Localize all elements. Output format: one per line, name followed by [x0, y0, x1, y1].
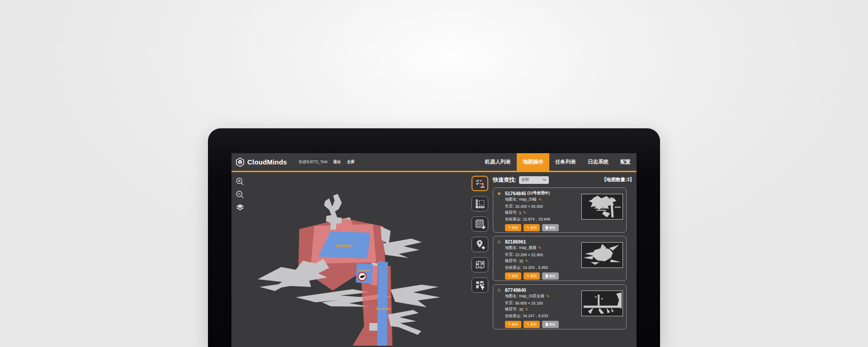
tab-task-list[interactable]: 任务列表 [549, 153, 582, 172]
quick-find-select[interactable]: 全部 [519, 176, 549, 184]
map-name-value: map_33楼 [519, 197, 537, 202]
field-label: 楼层号: [505, 210, 518, 216]
edit-icon: ✎ [508, 274, 511, 278]
tab-robot-list[interactable]: 机器人列表 [479, 153, 517, 172]
map-card[interactable]: ☆ 82186961 地图名:map_腿腿✎ 长宽:23.200 × 22.90… [493, 236, 627, 281]
chevron-down-icon [542, 178, 547, 181]
zoom-in-icon[interactable] [235, 176, 245, 187]
favorite-star-icon[interactable]: ☆ [497, 287, 501, 293]
robot-position-marker[interactable] [358, 272, 366, 281]
trash-icon [545, 274, 548, 278]
map-count-badge: 【地图数量:3】 [602, 177, 634, 183]
edit-icon: ✎ [527, 274, 529, 278]
floor-value: 33 [519, 259, 523, 263]
area-label-large: 40.519m² [335, 244, 353, 248]
map-tools-toolbar [472, 176, 488, 293]
origin-value: 34.247，8.533 [523, 314, 548, 319]
trash-icon [545, 323, 548, 326]
task-point-list-icon[interactable] [472, 176, 488, 191]
map-zoom-controls [235, 176, 245, 213]
floor-value: 1 [519, 211, 521, 215]
field-label: 地图名: [505, 245, 518, 251]
cloudminds-logo-icon [235, 157, 245, 167]
measure-area-icon[interactable] [472, 196, 488, 211]
edit-icon: ✎ [527, 226, 529, 230]
origin-value: 14.204，5.952 [523, 265, 548, 271]
field-label: 地图名: [505, 294, 518, 299]
field-label: 楼层号: [505, 258, 518, 264]
area-label-corridor: 80.215m² [376, 307, 391, 311]
add-point-icon[interactable] [472, 237, 488, 252]
map-size-value: 25.400 × 50.000 [515, 204, 543, 209]
top-navbar: CloudMinds 欢迎BJDT2_Test 退出 全屏 机器人列表 地图操作… [231, 153, 637, 172]
nav-tabs: 机器人列表 地图操作 任务列表 日志系统 配置 [479, 153, 637, 172]
map-name-value: map_33层走廊 [519, 294, 544, 299]
edit-name-icon[interactable]: ✎ [538, 246, 542, 250]
tab-map-operation[interactable]: 地图操作 [517, 153, 549, 172]
map-id: 82186961 [505, 239, 526, 244]
map-name-value: map_腿腿 [519, 245, 536, 251]
welcome-text: 欢迎BJDT2_Test [299, 159, 327, 165]
field-label: 坐标原点: [505, 265, 521, 271]
delete-map-icon[interactable] [472, 257, 488, 272]
copy-button[interactable]: ✎复制 [524, 272, 540, 280]
main-content: 40.519m² 8.614m² 80.215m² [231, 172, 637, 346]
tab-config[interactable]: 配置 [614, 153, 637, 172]
cleaning-corridor[interactable] [377, 261, 388, 346]
map-id: 87749840 [505, 287, 526, 293]
field-label: 坐标原点: [505, 314, 521, 319]
tab-log-system[interactable]: 日志系统 [582, 153, 614, 172]
map-canvas[interactable]: 40.519m² 8.614m² 80.215m² [231, 172, 471, 346]
delete-button[interactable]: 删除 [542, 272, 559, 280]
edit-icon: ✎ [508, 226, 511, 230]
floor-value: 33 [519, 307, 523, 312]
edit-name-icon[interactable]: ✎ [538, 197, 542, 202]
field-label: 长宽: [505, 204, 514, 209]
fullscreen-link[interactable]: 全屏 [347, 159, 354, 165]
brand: CloudMinds [235, 157, 287, 167]
modify-button[interactable]: ✎修改 [505, 224, 521, 231]
modify-button[interactable]: ✎修改 [505, 272, 521, 280]
edit-icon: ✎ [527, 323, 529, 326]
map-in-use-tag: (12号使用中) [528, 191, 550, 196]
zoom-out-icon[interactable] [235, 189, 245, 200]
edit-name-icon[interactable]: ✎ [546, 294, 550, 299]
quick-find-label: 快速查找: [493, 176, 516, 184]
quick-find-bar: 快速查找: 全部 【地图数量:3】 [493, 175, 634, 184]
edit-floor-icon[interactable]: ✎ [525, 259, 528, 263]
field-label: 楼层号: [505, 307, 518, 312]
favorite-star-icon[interactable]: ☆ [497, 239, 501, 245]
edit-icon: ✎ [508, 323, 511, 326]
logout-link[interactable]: 退出 [333, 159, 341, 165]
origin-value: 12.874，33.946 [523, 217, 550, 222]
favorite-star-icon[interactable]: ★ [497, 191, 501, 197]
map-size-value: 56.600 × 25.100 [515, 301, 543, 305]
field-label: 坐标原点: [505, 217, 521, 222]
map-list-panel: 快速查找: 全部 【地图数量:3】 ★ 51764845 [493, 175, 634, 333]
upload-map-icon[interactable] [472, 277, 488, 293]
add-region-icon[interactable] [472, 216, 488, 232]
trash-icon [545, 226, 548, 230]
laptop-frame: CloudMinds 欢迎BJDT2_Test 退出 全屏 机器人列表 地图操作… [208, 128, 660, 347]
app-screen: CloudMinds 欢迎BJDT2_Test 退出 全屏 机器人列表 地图操作… [231, 153, 637, 347]
map-card-list: ★ 51764845 (12号使用中) 地图名:map_33楼✎ 长宽:25.4… [493, 188, 634, 329]
copy-button[interactable]: ✎复制 [524, 224, 540, 231]
area-label-small: 8.614m² [358, 268, 370, 272]
copy-button[interactable]: ✎复制 [524, 321, 540, 328]
map-id: 51764845 [505, 191, 526, 196]
map-card[interactable]: ★ 51764845 (12号使用中) 地图名:map_33楼✎ 长宽:25.4… [493, 188, 627, 233]
delete-button[interactable]: 删除 [542, 224, 559, 231]
field-label: 长宽: [505, 252, 514, 258]
brand-name: CloudMinds [247, 158, 287, 166]
map-thumbnail[interactable] [581, 194, 623, 220]
delete-button[interactable]: 删除 [542, 321, 559, 328]
modify-button[interactable]: ✎修改 [505, 321, 521, 328]
field-label: 地图名: [505, 197, 518, 202]
map-thumbnail[interactable] [581, 242, 623, 268]
map-size-value: 23.200 × 22.900 [515, 253, 543, 257]
edit-floor-icon[interactable]: ✎ [523, 211, 527, 215]
edit-floor-icon[interactable]: ✎ [525, 307, 528, 312]
map-thumbnail[interactable] [581, 291, 623, 316]
layers-icon[interactable] [235, 202, 245, 213]
map-card[interactable]: ☆ 87749840 地图名:map_33层走廊✎ 长宽:56.600 × 25… [493, 284, 627, 329]
